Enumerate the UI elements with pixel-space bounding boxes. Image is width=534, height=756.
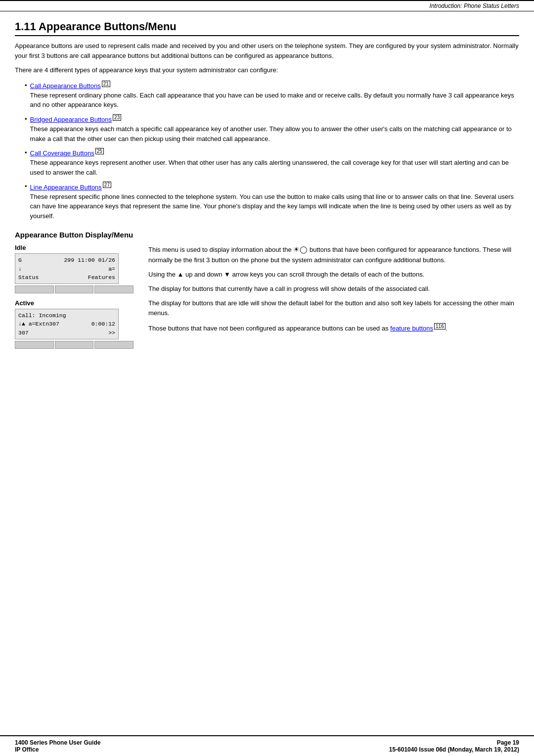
idle-softkey-3 <box>94 285 134 293</box>
call-appearance-desc: These represent ordinary phone calls. Ea… <box>30 91 519 110</box>
bullet-1: • <box>25 82 27 89</box>
right-p3: The display for buttons that currently h… <box>148 284 519 294</box>
header-bar: Introduction: Phone Status Letters <box>0 0 534 11</box>
footer-issue: 15-601040 Issue 06d (Monday, March 19, 2… <box>389 746 519 753</box>
bullet-3: • <box>25 149 27 156</box>
active-row1: Call: Incoming <box>18 311 66 320</box>
call-appearance-sup: 21 <box>102 81 110 87</box>
active-row2-left: ↓▲ a=Extn307 <box>18 320 59 328</box>
intro-paragraph-1: Appearance buttons are used to represent… <box>15 41 519 60</box>
idle-row1-left: G <box>18 256 22 264</box>
active-row2-right: 0:00:12 <box>91 320 115 328</box>
call-coverage-link[interactable]: Call Coverage Buttons <box>30 149 94 157</box>
idle-label: Idle <box>15 244 134 251</box>
bullet-2: • <box>25 115 27 123</box>
feature-buttons-link[interactable]: feature buttons <box>390 325 433 332</box>
line-appearance-link[interactable]: Line Appearance Buttons <box>30 184 102 191</box>
right-p1: This menu is used to display information… <box>148 244 519 266</box>
idle-row2-left: ↓ <box>18 265 22 273</box>
active-label: Active <box>15 299 134 307</box>
idle-phone-screen: G 299 11:00 01/26 ↓ a= Status Features <box>15 253 119 284</box>
bridged-appearance-desc: These appearance keys each match a speci… <box>30 124 519 143</box>
footer-page: Page 19 <box>389 739 519 746</box>
list-item-call-appearance: • Call Appearance Buttons21 These repres… <box>25 81 519 110</box>
idle-soft-keys <box>15 285 134 293</box>
call-appearance-link[interactable]: Call Appearance Buttons <box>30 82 101 90</box>
intro-paragraph-2: There are 4 different types of appearanc… <box>15 65 519 75</box>
appearance-types-list: • Call Appearance Buttons21 These repres… <box>25 81 519 221</box>
footer-right: Page 19 15-601040 Issue 06d (Monday, Mar… <box>389 739 519 753</box>
left-column: Idle G 299 11:00 01/26 ↓ a= Status Featu… <box>15 244 134 349</box>
bridged-appearance-sup: 23 <box>113 114 121 121</box>
bridged-appearance-link[interactable]: Bridged Appearance Buttons <box>30 116 112 123</box>
line-appearance-desc: These represent specific phone lines con… <box>30 192 519 221</box>
page-footer: 1400 Series Phone User Guide IP Office P… <box>0 735 534 756</box>
subsection-title: Appearance Button Display/Menu <box>15 231 519 239</box>
footer-brand: IP Office <box>15 746 100 753</box>
right-p4: The display for buttons that are idle wi… <box>148 298 519 319</box>
display-menu-section: Idle G 299 11:00 01/26 ↓ a= Status Featu… <box>15 244 519 349</box>
idle-row3-right: Features <box>88 273 115 282</box>
idle-row3-left: Status <box>18 273 39 282</box>
active-phone-screen: Call: Incoming ↓▲ a=Extn307 0:00:12 307 … <box>15 309 119 339</box>
active-softkey-2 <box>55 341 94 349</box>
active-row3-left: 307 <box>18 329 29 337</box>
idle-softkey-2 <box>55 285 94 293</box>
bullet-4: • <box>25 183 27 190</box>
right-column: This menu is used to display information… <box>148 244 519 349</box>
right-p2: Using the ▲ up and down ▼ arrow keys you… <box>148 270 519 280</box>
list-item-bridged-appearance: • Bridged Appearance Buttons23 These app… <box>25 115 519 143</box>
call-coverage-desc: These appearance keys represent another … <box>30 158 519 177</box>
idle-row1-right: 299 11:00 01/26 <box>64 256 115 264</box>
header-title: Introduction: Phone Status Letters <box>430 2 519 9</box>
footer-product: 1400 Series Phone User Guide <box>15 739 100 746</box>
idle-row2-right: a= <box>108 265 115 273</box>
active-softkey-3 <box>94 341 134 349</box>
list-item-line-appearance: • Line Appearance Buttons27 These repres… <box>25 182 519 221</box>
right-p5: Those buttons that have not been configu… <box>148 323 519 334</box>
section-title: 1.11 Appearance Buttons/Menu <box>15 20 519 36</box>
active-softkey-1 <box>15 341 54 349</box>
active-row3-right: >> <box>108 329 115 337</box>
list-item-call-coverage: • Call Coverage Buttons25 These appearan… <box>25 148 519 177</box>
idle-softkey-1 <box>15 285 54 293</box>
feature-buttons-sup: 116 <box>434 323 445 330</box>
active-soft-keys <box>15 341 134 349</box>
call-coverage-sup: 25 <box>95 148 104 154</box>
footer-left: 1400 Series Phone User Guide IP Office <box>15 739 100 753</box>
line-appearance-sup: 27 <box>103 182 111 188</box>
